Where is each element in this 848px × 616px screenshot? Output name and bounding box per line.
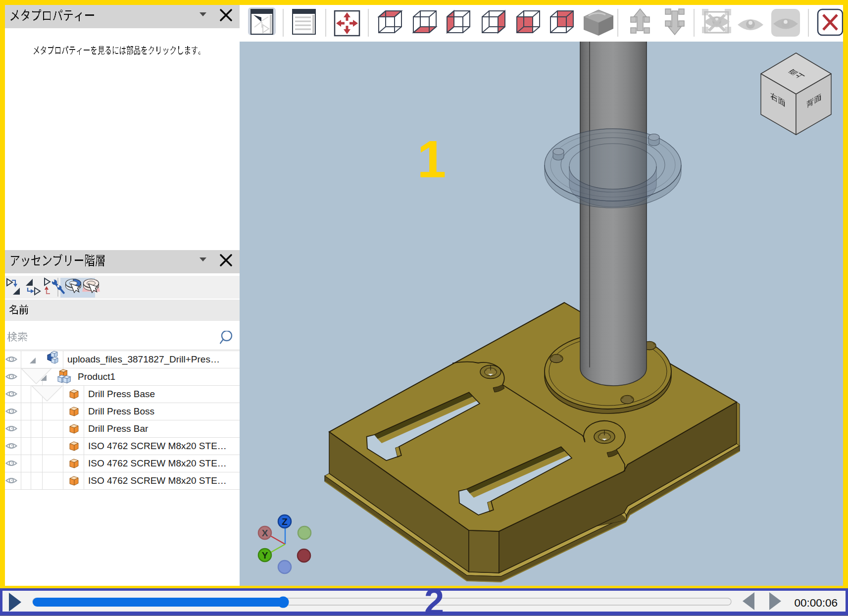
svg-text:X: X [262,528,268,538]
svg-text:1: 1 [417,130,446,188]
svg-text:2: 2 [424,588,444,616]
svg-text:00:00:06: 00:00:06 [794,597,838,609]
svg-text:Y: Y [262,550,268,561]
svg-text:Z: Z [282,516,288,527]
